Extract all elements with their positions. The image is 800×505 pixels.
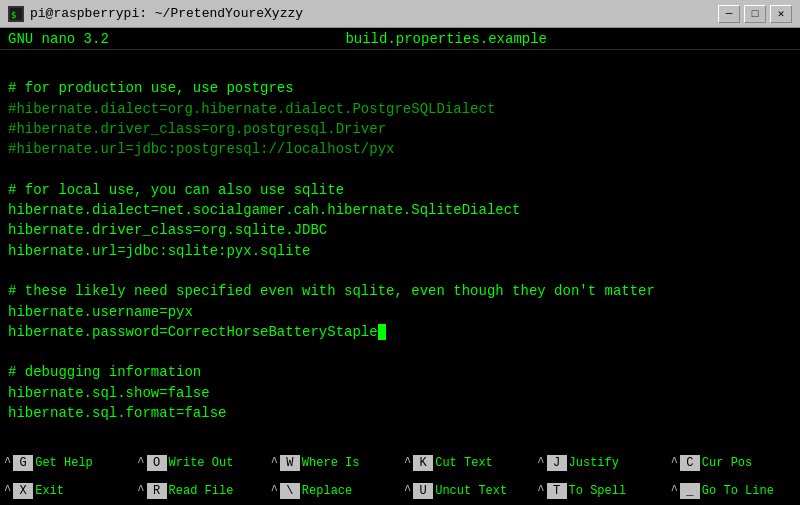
shortcut-read-file: ^R Read File	[133, 477, 266, 505]
title-bar-text: pi@raspberrypi: ~/PretendYoureXyzzy	[30, 6, 303, 21]
terminal-icon: $	[8, 6, 24, 22]
editor-line-9: hibernate.dialect=net.socialgamer.cah.hi…	[8, 202, 520, 259]
editor-debug-lines: hibernate.sql.show=false hibernate.sql.f…	[8, 385, 226, 421]
shortcut-cut-text: ^K Cut Text	[400, 449, 533, 477]
shortcut-write-out: ^O Write Out	[133, 449, 266, 477]
editor-line-14: hibernate.username=pyx hibernate.passwor…	[8, 304, 386, 340]
editor-cursor	[378, 324, 386, 340]
nano-header: GNU nano 3.2 build.properties.example	[0, 28, 800, 50]
nano-header-right	[784, 31, 792, 47]
close-button[interactable]: ✕	[770, 5, 792, 23]
shortcut-justify: ^J Justify	[533, 449, 666, 477]
editor-line-4: #hibernate.dialect=org.hibernate.dialect…	[8, 101, 495, 158]
nano-version: GNU nano 3.2	[8, 31, 109, 47]
nano-filename: build.properties.example	[345, 31, 547, 47]
editor-line-3: # for production use, use postgres	[8, 80, 294, 96]
editor-line-8: # for local use, you can also use sqlite	[8, 182, 344, 198]
shortcut-replace: ^\ Replace	[267, 477, 400, 505]
shortcut-bar: ^G Get Help ^O Write Out ^W Where Is ^K …	[0, 449, 800, 505]
title-bar-left: $ pi@raspberrypi: ~/PretendYoureXyzzy	[8, 6, 303, 22]
editor-area[interactable]: # for production use, use postgres #hibe…	[0, 50, 800, 449]
shortcut-to-spell: ^T To Spell	[533, 477, 666, 505]
shortcut-exit: ^X Exit	[0, 477, 133, 505]
title-bar-controls: ─ □ ✕	[718, 5, 792, 23]
editor-line-13: # these likely need specified even with …	[8, 283, 655, 299]
shortcut-go-to-line: ^_ Go To Line	[667, 477, 800, 505]
minimize-button[interactable]: ─	[718, 5, 740, 23]
shortcut-uncut-text: ^U Uncut Text	[400, 477, 533, 505]
shortcut-where-is: ^W Where Is	[267, 449, 400, 477]
shortcut-cur-pos: ^C Cur Pos	[667, 449, 800, 477]
svg-text:$: $	[11, 10, 16, 20]
shortcut-get-help: ^G Get Help	[0, 449, 133, 477]
maximize-button[interactable]: □	[744, 5, 766, 23]
title-bar: $ pi@raspberrypi: ~/PretendYoureXyzzy ─ …	[0, 0, 800, 28]
editor-debug-comment: # debugging information	[8, 364, 201, 380]
